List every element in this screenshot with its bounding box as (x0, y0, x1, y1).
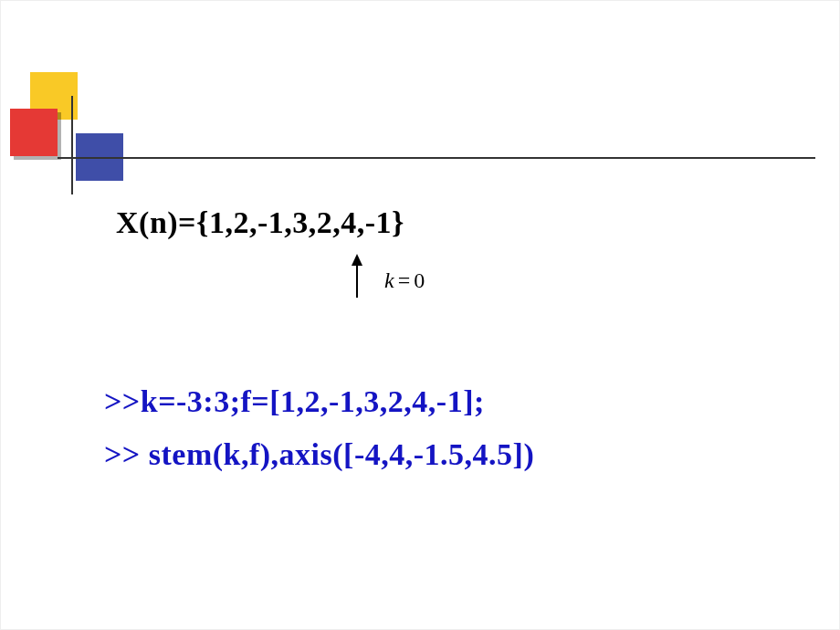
slide-canvas: X(n)={1,2,-1,3,2,4,-1} k=0 >>k=-3:3;f=[1… (1, 1, 839, 629)
index-var: k (384, 268, 394, 292)
matlab-code-line-1: >>k=-3:3;f=[1,2,-1,3,2,4,-1]; (104, 384, 485, 419)
arrow-shaft (356, 259, 358, 298)
deco-horizontal-rule (58, 157, 815, 159)
deco-square-red (10, 109, 58, 156)
index-label: k=0 (384, 268, 425, 293)
index-value: 0 (414, 268, 425, 292)
index-eq: = (394, 268, 415, 292)
sequence-definition: X(n)={1,2,-1,3,2,4,-1} (116, 205, 404, 240)
deco-vertical-rule (71, 96, 73, 194)
matlab-code-line-2: >> stem(k,f),axis([-4,4,-1.5,4.5]) (104, 437, 534, 472)
